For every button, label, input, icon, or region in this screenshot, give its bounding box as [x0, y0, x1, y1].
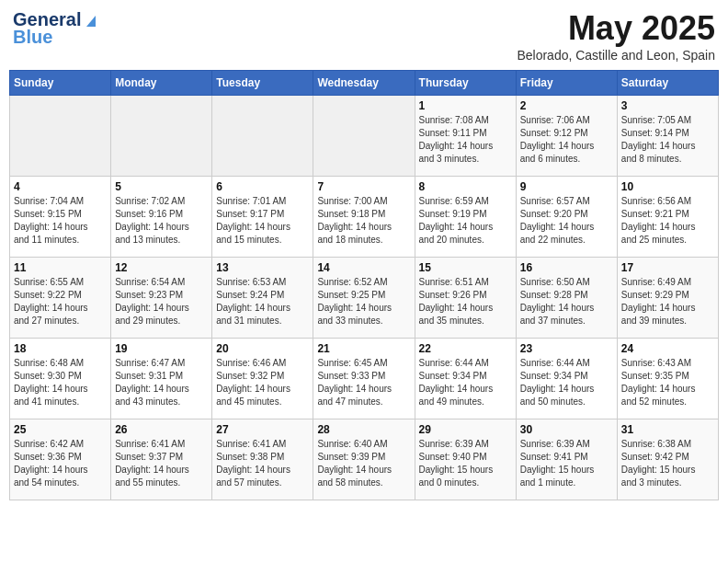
calendar-cell: 4Sunrise: 7:04 AM Sunset: 9:15 PM Daylig…: [10, 177, 111, 258]
calendar-cell: 28Sunrise: 6:40 AM Sunset: 9:39 PM Dayli…: [313, 419, 415, 500]
calendar-header-row: SundayMondayTuesdayWednesdayThursdayFrid…: [10, 71, 719, 96]
calendar-week-row: 11Sunrise: 6:55 AM Sunset: 9:22 PM Dayli…: [10, 258, 719, 339]
calendar-cell: 3Sunrise: 7:05 AM Sunset: 9:14 PM Daylig…: [617, 96, 718, 177]
day-info: Sunrise: 6:51 AM Sunset: 9:26 PM Dayligh…: [419, 276, 512, 327]
day-info: Sunrise: 7:06 AM Sunset: 9:12 PM Dayligh…: [520, 114, 613, 166]
calendar-cell: 10Sunrise: 6:56 AM Sunset: 9:21 PM Dayli…: [617, 177, 718, 258]
calendar-day-header: Monday: [111, 71, 212, 96]
day-info: Sunrise: 6:39 AM Sunset: 9:41 PM Dayligh…: [520, 438, 613, 489]
location-title: Belorado, Castille and Leon, Spain: [517, 48, 715, 63]
calendar-cell: 23Sunrise: 6:44 AM Sunset: 9:34 PM Dayli…: [516, 339, 617, 419]
month-title: May 2025: [517, 9, 715, 48]
calendar-cell: 14Sunrise: 6:52 AM Sunset: 9:25 PM Dayli…: [313, 258, 415, 339]
calendar-cell: 11Sunrise: 6:55 AM Sunset: 9:22 PM Dayli…: [10, 258, 111, 339]
calendar-cell: [111, 96, 212, 177]
day-number: 7: [317, 180, 410, 193]
svg-marker-0: [86, 16, 96, 27]
day-number: 16: [520, 261, 613, 274]
calendar-cell: 13Sunrise: 6:53 AM Sunset: 9:24 PM Dayli…: [212, 258, 313, 339]
day-info: Sunrise: 7:05 AM Sunset: 9:14 PM Dayligh…: [621, 114, 714, 166]
day-info: Sunrise: 7:02 AM Sunset: 9:16 PM Dayligh…: [115, 195, 208, 247]
day-info: Sunrise: 6:42 AM Sunset: 9:36 PM Dayligh…: [14, 438, 107, 489]
calendar-cell: [212, 96, 313, 177]
day-info: Sunrise: 6:49 AM Sunset: 9:29 PM Dayligh…: [621, 276, 714, 327]
day-info: Sunrise: 6:54 AM Sunset: 9:23 PM Dayligh…: [115, 276, 208, 327]
day-number: 25: [14, 423, 107, 436]
calendar-cell: 27Sunrise: 6:41 AM Sunset: 9:38 PM Dayli…: [212, 419, 313, 500]
calendar-day-header: Saturday: [617, 71, 718, 96]
calendar-cell: 24Sunrise: 6:43 AM Sunset: 9:35 PM Dayli…: [617, 339, 718, 419]
logo-text-blue: Blue: [13, 27, 52, 48]
day-info: Sunrise: 6:55 AM Sunset: 9:22 PM Dayligh…: [14, 276, 107, 327]
calendar-table: SundayMondayTuesdayWednesdayThursdayFrid…: [9, 70, 719, 500]
day-number: 9: [520, 180, 613, 193]
calendar-week-row: 25Sunrise: 6:42 AM Sunset: 9:36 PM Dayli…: [10, 419, 719, 500]
day-number: 14: [317, 261, 410, 274]
calendar-cell: 25Sunrise: 6:42 AM Sunset: 9:36 PM Dayli…: [10, 419, 111, 500]
day-number: 8: [419, 180, 512, 193]
calendar-day-header: Wednesday: [313, 71, 415, 96]
day-info: Sunrise: 6:48 AM Sunset: 9:30 PM Dayligh…: [14, 357, 107, 408]
calendar-week-row: 18Sunrise: 6:48 AM Sunset: 9:30 PM Dayli…: [10, 339, 719, 419]
calendar-cell: [313, 96, 415, 177]
day-info: Sunrise: 6:47 AM Sunset: 9:31 PM Dayligh…: [115, 357, 208, 408]
day-info: Sunrise: 6:39 AM Sunset: 9:40 PM Dayligh…: [419, 438, 512, 489]
calendar-week-row: 4Sunrise: 7:04 AM Sunset: 9:15 PM Daylig…: [10, 177, 719, 258]
logo-triangle-icon: [83, 12, 99, 29]
day-number: 11: [14, 261, 107, 274]
day-info: Sunrise: 7:01 AM Sunset: 9:17 PM Dayligh…: [216, 195, 309, 247]
calendar-cell: 19Sunrise: 6:47 AM Sunset: 9:31 PM Dayli…: [111, 339, 212, 419]
day-number: 27: [216, 423, 309, 436]
title-area: May 2025 Belorado, Castille and Leon, Sp…: [517, 9, 715, 63]
calendar-cell: 16Sunrise: 6:50 AM Sunset: 9:28 PM Dayli…: [516, 258, 617, 339]
day-number: 31: [621, 423, 714, 436]
calendar-cell: 7Sunrise: 7:00 AM Sunset: 9:18 PM Daylig…: [313, 177, 415, 258]
day-number: 24: [621, 342, 714, 355]
day-number: 26: [115, 423, 208, 436]
calendar-cell: 15Sunrise: 6:51 AM Sunset: 9:26 PM Dayli…: [415, 258, 516, 339]
calendar-day-header: Friday: [516, 71, 617, 96]
logo: General Blue: [13, 9, 99, 48]
day-number: 4: [14, 180, 107, 193]
day-info: Sunrise: 6:41 AM Sunset: 9:38 PM Dayligh…: [216, 438, 309, 489]
day-info: Sunrise: 6:41 AM Sunset: 9:37 PM Dayligh…: [115, 438, 208, 489]
calendar-week-row: 1Sunrise: 7:08 AM Sunset: 9:11 PM Daylig…: [10, 96, 719, 177]
calendar-cell: 30Sunrise: 6:39 AM Sunset: 9:41 PM Dayli…: [516, 419, 617, 500]
day-number: 12: [115, 261, 208, 274]
calendar-cell: 2Sunrise: 7:06 AM Sunset: 9:12 PM Daylig…: [516, 96, 617, 177]
calendar-cell: 6Sunrise: 7:01 AM Sunset: 9:17 PM Daylig…: [212, 177, 313, 258]
day-number: 28: [317, 423, 410, 436]
calendar-cell: 21Sunrise: 6:45 AM Sunset: 9:33 PM Dayli…: [313, 339, 415, 419]
calendar-cell: 20Sunrise: 6:46 AM Sunset: 9:32 PM Dayli…: [212, 339, 313, 419]
day-info: Sunrise: 6:59 AM Sunset: 9:19 PM Dayligh…: [419, 195, 512, 247]
day-number: 6: [216, 180, 309, 193]
day-info: Sunrise: 6:53 AM Sunset: 9:24 PM Dayligh…: [216, 276, 309, 327]
day-info: Sunrise: 6:38 AM Sunset: 9:42 PM Dayligh…: [621, 438, 714, 489]
day-number: 1: [419, 99, 512, 112]
day-number: 2: [520, 99, 613, 112]
day-info: Sunrise: 6:44 AM Sunset: 9:34 PM Dayligh…: [419, 357, 512, 408]
calendar-cell: 22Sunrise: 6:44 AM Sunset: 9:34 PM Dayli…: [415, 339, 516, 419]
calendar-cell: 1Sunrise: 7:08 AM Sunset: 9:11 PM Daylig…: [415, 96, 516, 177]
day-number: 17: [621, 261, 714, 274]
calendar-day-header: Tuesday: [212, 71, 313, 96]
day-info: Sunrise: 7:04 AM Sunset: 9:15 PM Dayligh…: [14, 195, 107, 247]
day-info: Sunrise: 6:57 AM Sunset: 9:20 PM Dayligh…: [520, 195, 613, 247]
day-number: 21: [317, 342, 410, 355]
calendar-cell: 12Sunrise: 6:54 AM Sunset: 9:23 PM Dayli…: [111, 258, 212, 339]
day-number: 29: [419, 423, 512, 436]
calendar-cell: 17Sunrise: 6:49 AM Sunset: 9:29 PM Dayli…: [617, 258, 718, 339]
day-number: 13: [216, 261, 309, 274]
day-info: Sunrise: 6:44 AM Sunset: 9:34 PM Dayligh…: [520, 357, 613, 408]
calendar-cell: 9Sunrise: 6:57 AM Sunset: 9:20 PM Daylig…: [516, 177, 617, 258]
calendar-cell: 8Sunrise: 6:59 AM Sunset: 9:19 PM Daylig…: [415, 177, 516, 258]
day-info: Sunrise: 6:43 AM Sunset: 9:35 PM Dayligh…: [621, 357, 714, 408]
day-info: Sunrise: 6:52 AM Sunset: 9:25 PM Dayligh…: [317, 276, 410, 327]
calendar-cell: 31Sunrise: 6:38 AM Sunset: 9:42 PM Dayli…: [617, 419, 718, 500]
day-number: 18: [14, 342, 107, 355]
day-number: 3: [621, 99, 714, 112]
calendar-cell: [10, 96, 111, 177]
day-number: 20: [216, 342, 309, 355]
calendar-day-header: Sunday: [10, 71, 111, 96]
day-number: 22: [419, 342, 512, 355]
